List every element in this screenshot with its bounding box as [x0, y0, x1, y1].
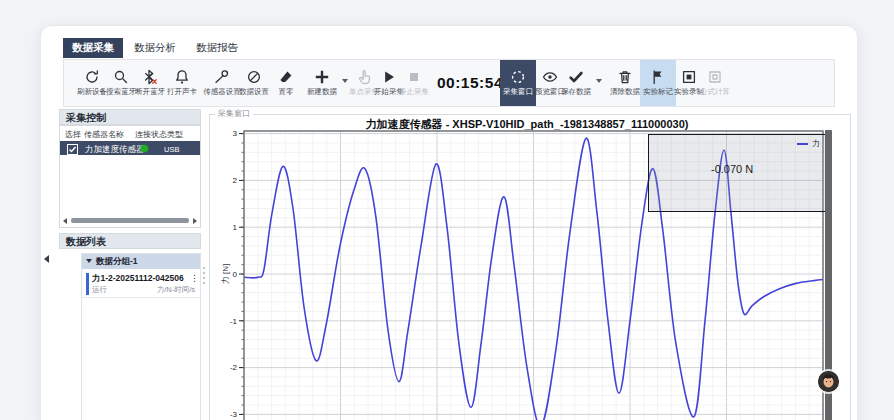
acquisition-control-header: 采集控制 [59, 109, 201, 125]
tab-data-acquisition[interactable]: 数据采集 [63, 38, 123, 58]
legend-label: 力 [812, 138, 820, 149]
formula-calc-button[interactable]: 公式计算 [698, 60, 732, 106]
data-group-header[interactable]: 数据分组-1 [82, 254, 200, 269]
chevron-down-icon [86, 259, 92, 263]
checkbox[interactable] [67, 144, 78, 155]
item-accent-bar [86, 273, 89, 295]
bluetooth-disconnect-icon [142, 69, 158, 85]
button-label: 清除数据 [610, 87, 640, 97]
check-icon [568, 69, 584, 85]
assistant-avatar[interactable] [818, 371, 839, 392]
person-face-icon [818, 371, 839, 392]
y-axis-label: 力 [N] [221, 264, 230, 284]
button-label: 搜索蓝牙 [106, 87, 136, 97]
sound-card-icon [174, 69, 190, 85]
sensor-settings-icon [214, 69, 230, 85]
check-icon [68, 145, 77, 154]
app-window: 数据采集数据分析数据报告 刷新设备搜索蓝牙断开蓝牙打开声卡传感器设置数据设置置零… [40, 25, 858, 420]
y-tick-label: -2 [230, 363, 238, 372]
button-label: 公式计算 [700, 87, 730, 97]
button-label: 置零 [279, 87, 294, 97]
chart-legend: 力 [797, 138, 820, 149]
item-title: 力1-2-20251112-042506 [92, 273, 184, 285]
y-tick-label: 2 [233, 176, 238, 185]
column-header: 传感器名称 [84, 129, 124, 140]
list-item[interactable]: 力1-2-20251112-042506 运行 力/N-时间/s ⋮ [82, 271, 200, 298]
trash-icon [617, 69, 633, 85]
acquisition-window-button[interactable]: 采集窗口 [500, 60, 536, 106]
scroll-left-icon[interactable] [63, 218, 67, 224]
play-icon [381, 69, 397, 85]
eye-icon [542, 69, 558, 85]
flag-icon [650, 69, 666, 85]
button-label: 断开蓝牙 [135, 87, 165, 97]
record-square-icon [681, 69, 697, 85]
acquisition-timer: 00:15:54 [436, 60, 504, 106]
button-label: 打开声卡 [167, 87, 197, 97]
button-label: 数据设置 [239, 87, 269, 97]
data-list-header: 数据列表 [59, 233, 201, 249]
tab-bar: 数据采集数据分析数据报告 [63, 38, 247, 58]
dashed-circle-icon [510, 69, 526, 85]
clear-data-button[interactable]: 清除数据 [608, 60, 642, 106]
save-data-button[interactable]: 保存数据 [559, 60, 593, 106]
horizontal-scrollbar[interactable] [63, 217, 197, 224]
button-label: 传感器设置 [203, 87, 241, 97]
set-zero-button[interactable]: 置零 [269, 60, 303, 106]
eraser-icon [278, 69, 294, 85]
dropdown-caret-icon[interactable] [596, 79, 602, 83]
button-label: 采集窗口 [503, 87, 533, 97]
y-tick-label: 3 [233, 129, 238, 138]
button-label: 保存数据 [561, 87, 591, 97]
column-header: 类型 [167, 129, 183, 140]
sensor-row[interactable]: 力加速度传感器USB [60, 141, 200, 155]
status-dot-icon [141, 145, 148, 152]
data-settings-button[interactable]: 数据设置 [237, 60, 271, 106]
data-group: 数据分组-1 力1-2-20251112-042506 运行 力/N-时间/s … [81, 253, 201, 420]
square-icon [707, 69, 723, 85]
toolbar: 刷新设备搜索蓝牙断开蓝牙打开声卡传感器设置数据设置置零新建数据单点采集开始采集停… [63, 59, 835, 107]
panel-collapse-icon[interactable] [44, 255, 49, 263]
button-label: 新建数据 [307, 87, 337, 97]
sensor-name: 力加速度传感器 [85, 144, 145, 156]
screen: { "tabs": [ {"id": "data-acquisition", "… [0, 0, 894, 420]
column-header: 选择 [65, 129, 81, 140]
new-data-button[interactable]: 新建数据 [305, 60, 339, 106]
cursor-value-label: -0.070 N [711, 163, 753, 175]
sensor-table: 选择传感器名称连接状态类型 力加速度传感器USB [59, 125, 201, 228]
data-group-label: 数据分组-1 [96, 256, 138, 266]
disconnect-bluetooth-button[interactable]: 断开蓝牙 [133, 60, 167, 106]
stop-acquisition-button[interactable]: 停止采集 [397, 60, 431, 106]
item-status: 运行 [92, 285, 107, 295]
circle-slash-icon [246, 69, 262, 85]
sensor-table-header: 选择传感器名称连接状态类型 [60, 126, 200, 142]
refresh-icon [84, 69, 100, 85]
scroll-right-icon[interactable] [193, 218, 197, 224]
button-label: 实验标记 [643, 87, 673, 97]
column-header: 连接状态 [135, 129, 167, 140]
item-signal: 力/N-时间/s [157, 285, 195, 295]
tab-data-report[interactable]: 数据报告 [187, 38, 247, 58]
stop-icon [406, 69, 422, 85]
plus-icon [314, 69, 330, 85]
bluetooth-search-icon [113, 69, 129, 85]
y-tick-label: -3 [230, 410, 238, 419]
experiment-mark-button[interactable]: 实验标记 [640, 60, 676, 106]
tab-data-analysis[interactable]: 数据分析 [125, 38, 185, 58]
hand-point-icon [356, 69, 372, 85]
y-tick-label: 0 [233, 270, 238, 279]
y-tick-label: 1 [233, 223, 238, 232]
button-label: 刷新设备 [77, 87, 107, 97]
legend-line-swatch [797, 143, 808, 145]
y-tick-label: -1 [230, 317, 238, 326]
scrollbar-thumb[interactable] [71, 218, 189, 223]
sensor-type: USB [164, 145, 179, 154]
item-menu-icon[interactable]: ⋮ [190, 273, 199, 283]
open-soundcard-button[interactable]: 打开声卡 [165, 60, 199, 106]
button-label: 停止采集 [399, 87, 429, 97]
